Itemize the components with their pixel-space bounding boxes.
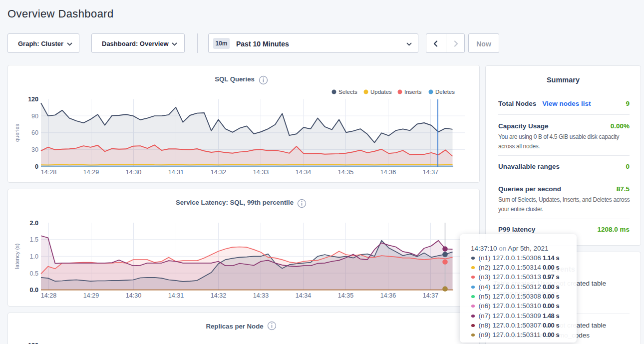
svg-text:14:35: 14:35	[338, 292, 353, 299]
svg-text:14:33: 14:33	[253, 292, 269, 299]
svg-text:120: 120	[28, 96, 38, 103]
svg-text:14:29: 14:29	[83, 292, 99, 299]
svg-text:120: 120	[28, 342, 38, 344]
svg-text:90: 90	[31, 113, 38, 120]
svg-text:0.0: 0.0	[30, 287, 38, 294]
svg-text:Selects: Selects	[338, 89, 357, 95]
svg-text:Replicas per Node: Replicas per Node	[206, 323, 263, 330]
svg-text:14:29: 14:29	[83, 169, 99, 176]
svg-text:2.0: 2.0	[30, 220, 38, 227]
svg-text:1.0: 1.0	[30, 253, 38, 260]
svg-text:queries: queries	[14, 123, 20, 142]
svg-text:latency (s): latency (s)	[14, 244, 20, 269]
svg-text:14:33: 14:33	[253, 169, 269, 176]
svg-text:14:34: 14:34	[296, 292, 311, 299]
svg-text:14:31: 14:31	[168, 169, 184, 176]
svg-text:SQL Queries: SQL Queries	[215, 75, 255, 83]
svg-text:14:32: 14:32	[211, 169, 226, 176]
svg-text:14:37: 14:37	[423, 292, 438, 299]
svg-text:14:37: 14:37	[423, 169, 438, 176]
svg-text:14:30: 14:30	[126, 169, 141, 176]
svg-text:Deletes: Deletes	[435, 89, 455, 95]
svg-text:14:36: 14:36	[380, 169, 396, 176]
svg-text:14:31: 14:31	[168, 292, 184, 299]
svg-text:14:34: 14:34	[296, 169, 311, 176]
svg-text:14:30: 14:30	[126, 292, 141, 299]
svg-text:Inserts: Inserts	[404, 89, 422, 95]
svg-text:1.5: 1.5	[30, 236, 38, 243]
svg-text:0: 0	[35, 163, 38, 170]
svg-text:30: 30	[31, 146, 38, 153]
svg-text:Updates: Updates	[370, 89, 392, 95]
svg-text:14:28: 14:28	[41, 169, 56, 176]
svg-text:14:36: 14:36	[380, 292, 396, 299]
svg-text:0.5: 0.5	[30, 270, 38, 277]
svg-text:14:32: 14:32	[211, 292, 226, 299]
svg-text:14:28: 14:28	[41, 292, 56, 299]
svg-text:Service Latency: SQL, 99th per: Service Latency: SQL, 99th percentile	[176, 199, 294, 206]
svg-text:60: 60	[31, 129, 38, 136]
svg-text:14:35: 14:35	[338, 169, 353, 176]
